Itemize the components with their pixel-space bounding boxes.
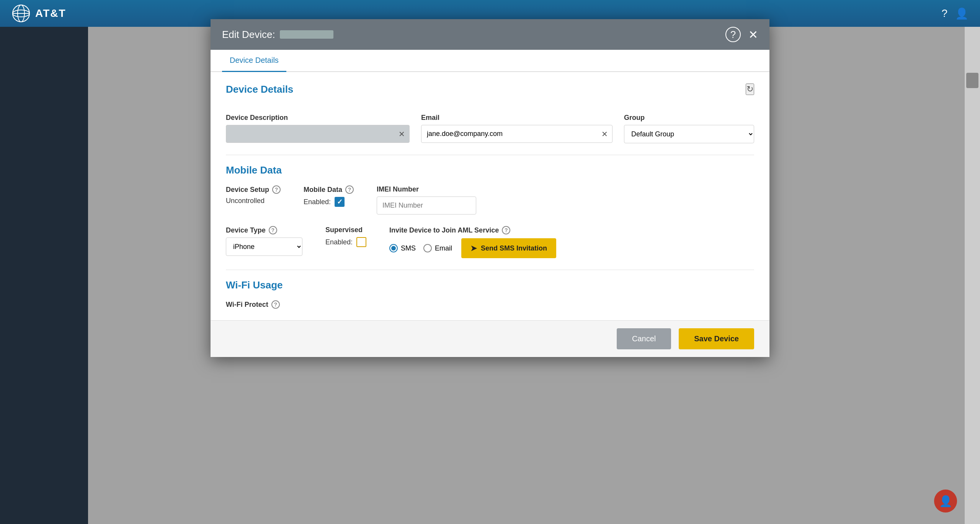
modal-title-redacted (280, 30, 333, 39)
aml-radio-row: SMS Email (389, 244, 452, 252)
device-setup-group: Device Setup ? Uncontrolled (226, 185, 281, 205)
supervised-label: Supervised (325, 226, 363, 234)
mobile-data-label-row: Mobile Data ? (304, 185, 354, 194)
wifi-protect-label: Wi-Fi Protect (226, 301, 268, 309)
aml-sms-option[interactable]: SMS (389, 244, 416, 252)
header-icons: ? 👤 (941, 7, 969, 20)
wifi-protect-help-icon[interactable]: ? (271, 300, 280, 309)
modal-footer: Cancel Save Device (211, 320, 769, 357)
section-divider-2 (226, 270, 754, 270)
modal-header: Edit Device: ? ✕ (211, 19, 769, 50)
email-input[interactable] (421, 125, 612, 143)
device-type-label-row: Device Type ? (226, 226, 302, 234)
modal-header-actions: ? ✕ (725, 27, 758, 42)
cancel-button[interactable]: Cancel (617, 328, 671, 349)
device-setup-label-row: Device Setup ? (226, 185, 281, 194)
aml-help-icon[interactable]: ? (502, 226, 510, 234)
device-setup-help-icon[interactable]: ? (272, 185, 281, 194)
device-type-label: Device Type (226, 226, 266, 234)
modal-close-button[interactable]: ✕ (748, 28, 758, 41)
header-user-button[interactable]: 👤 (955, 7, 969, 20)
aml-controls-row: SMS Email ➤ Send SMS Invitation (389, 238, 556, 258)
device-description-input-wrapper: ✕ (226, 125, 410, 143)
supervised-group: Supervised Enabled: (325, 226, 366, 247)
aml-section: Invite Device to Join AML Service ? SMS … (389, 226, 556, 258)
tab-device-details[interactable]: Device Details (222, 50, 286, 72)
device-description-input[interactable] (226, 125, 410, 143)
att-logo: AT&T (11, 4, 66, 23)
aml-email-radio[interactable] (423, 244, 432, 252)
aml-sms-radio[interactable] (389, 244, 398, 252)
email-input-wrapper: ✕ (421, 125, 612, 143)
group-group: Group Default Group Group A Group B (624, 114, 754, 143)
aml-sms-label: SMS (401, 244, 416, 252)
send-icon: ➤ (470, 244, 477, 253)
mobile-data-enabled-label: Enabled: (304, 198, 331, 206)
scrollbar-thumb[interactable] (966, 73, 978, 88)
aml-email-option[interactable]: Email (423, 244, 452, 252)
supervised-checkbox[interactable] (356, 237, 366, 247)
device-details-form-row: Device Description ✕ Email ✕ Group Defau… (226, 114, 754, 143)
mobile-data-enabled-row: Enabled: (304, 197, 354, 207)
device-setup-label: Device Setup (226, 186, 269, 194)
mobile-data-enabled-group: Mobile Data ? Enabled: (304, 185, 354, 207)
device-description-label: Device Description (226, 114, 410, 122)
device-description-clear-btn[interactable]: ✕ (399, 129, 405, 139)
att-logo-text: AT&T (35, 7, 66, 20)
aml-email-label: Email (435, 244, 452, 252)
modal-body: Device Details ↻ Device Description ✕ Em… (211, 72, 769, 320)
scrollbar[interactable] (965, 27, 980, 524)
group-select[interactable]: Default Group Group A Group B (624, 125, 754, 143)
modal-tabs: Device Details (211, 50, 769, 72)
header-help-button[interactable]: ? (941, 7, 947, 20)
device-type-select[interactable]: iPhone Android iPad Other (226, 237, 302, 256)
wifi-section: Wi-Fi Usage Wi-Fi Protect ? (226, 279, 754, 309)
modal-title-text: Edit Device: (222, 29, 275, 41)
device-setup-value: Uncontrolled (226, 197, 281, 205)
email-clear-btn[interactable]: ✕ (601, 129, 608, 139)
send-sms-button[interactable]: ➤ Send SMS Invitation (461, 238, 556, 258)
chat-avatar-icon: 👤 (939, 495, 952, 508)
device-type-help-icon[interactable]: ? (269, 226, 277, 234)
imei-label: IMEI Number (377, 185, 476, 193)
supervised-enabled-row: Enabled: (325, 237, 366, 247)
email-label: Email (421, 114, 612, 122)
mobile-data-title: Mobile Data (226, 164, 754, 176)
device-type-row: Device Type ? iPhone Android iPad Other … (226, 226, 754, 258)
mobile-data-row-1: Device Setup ? Uncontrolled Mobile Data … (226, 185, 754, 215)
chat-avatar[interactable]: 👤 (934, 490, 957, 513)
imei-input[interactable] (377, 196, 476, 215)
supervised-enabled-label: Enabled: (325, 238, 353, 246)
device-description-group: Device Description ✕ (226, 114, 410, 143)
modal-title: Edit Device: (222, 29, 333, 41)
att-logo-icon (11, 4, 31, 23)
mobile-data-help-icon[interactable]: ? (345, 185, 354, 194)
edit-device-modal: Edit Device: ? ✕ Device Details Device D… (211, 19, 769, 357)
mobile-data-checkbox[interactable] (335, 197, 345, 207)
wifi-title: Wi-Fi Usage (226, 279, 754, 291)
wifi-protect-label-row: Wi-Fi Protect ? (226, 300, 754, 309)
mobile-data-label: Mobile Data (304, 186, 342, 194)
supervised-label-row: Supervised (325, 226, 366, 234)
aml-label: Invite Device to Join AML Service (389, 226, 499, 234)
modal-help-button[interactable]: ? (725, 27, 741, 42)
save-device-button[interactable]: Save Device (679, 328, 754, 349)
device-details-header-row: Device Details ↻ (226, 84, 754, 105)
device-type-group: Device Type ? iPhone Android iPad Other (226, 226, 302, 256)
send-sms-label: Send SMS Invitation (481, 244, 547, 252)
section-divider-1 (226, 155, 754, 155)
aml-label-row: Invite Device to Join AML Service ? (389, 226, 556, 234)
device-details-title: Device Details (226, 84, 293, 95)
email-group: Email ✕ (421, 114, 612, 143)
group-label: Group (624, 114, 754, 122)
imei-group: IMEI Number (377, 185, 476, 215)
refresh-button[interactable]: ↻ (746, 84, 754, 95)
